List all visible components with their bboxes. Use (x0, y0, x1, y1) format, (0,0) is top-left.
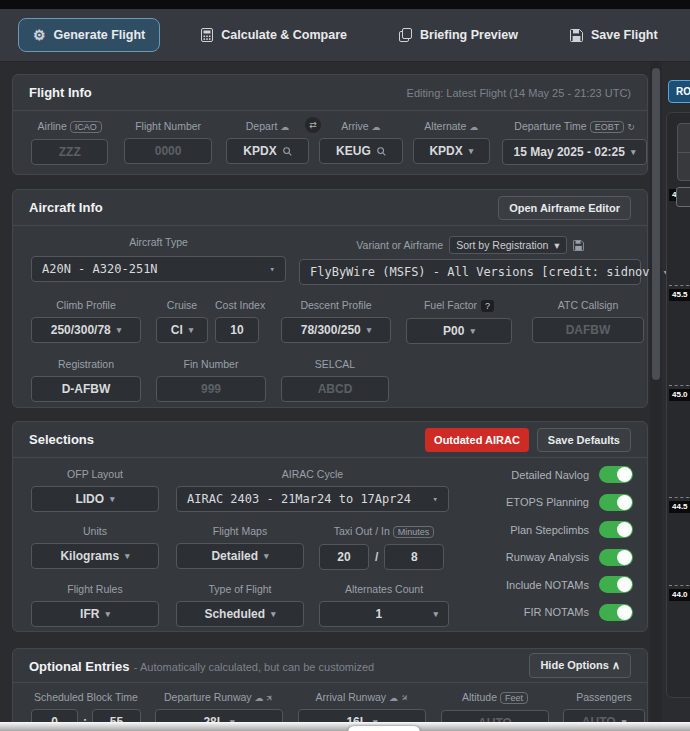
generate-flight-button[interactable]: ⚙ Generate Flight (18, 18, 160, 52)
flight-number-input[interactable]: 0000 (124, 138, 211, 164)
route-map-panel[interactable]: – – 4 45.5 45.0 44.5 44.0 (666, 112, 690, 698)
calculate-compare-button[interactable]: Calculate & Compare (186, 18, 362, 52)
taxi-out-input[interactable]: 20 (319, 544, 369, 570)
flight-number-label: Flight Number (124, 120, 211, 132)
flight-rules-label: Flight Rules (31, 583, 159, 595)
latitude-gridline (669, 585, 689, 586)
aircraft-info-title: Aircraft Info (29, 200, 103, 215)
units-label: Units (31, 525, 159, 537)
flight-rules-select[interactable]: IFR▾ (31, 601, 159, 627)
alternates-count-select[interactable]: 1▾ (319, 601, 449, 627)
briefing-preview-button[interactable]: Briefing Preview (384, 18, 533, 52)
eobt-badge: EOBT (590, 121, 625, 133)
atc-callsign-input[interactable]: DAFBW (532, 317, 644, 343)
takeoff-icon: ✈ (264, 692, 276, 704)
depart-input[interactable]: KPDX (226, 138, 309, 164)
detailed-navlog-toggle[interactable] (599, 466, 633, 483)
cost-index-input[interactable]: 10 (215, 317, 259, 343)
briefing-preview-label: Briefing Preview (420, 28, 518, 42)
variant-sort-select[interactable]: Sort by Registration▾ (449, 236, 567, 254)
route-button[interactable]: RO (668, 80, 690, 103)
aircraft-info-panel: Aircraft Info Open Airframe Editor Aircr… (12, 189, 648, 408)
hide-options-button[interactable]: Hide Options ∧ (529, 653, 631, 678)
runway-analysis-label: Runway Analysis (506, 551, 589, 563)
selections-title: Selections (29, 432, 94, 447)
arrive-search-icon[interactable] (377, 147, 386, 156)
detailed-navlog-label: Detailed Navlog (511, 469, 589, 481)
depart-weather-icon[interactable]: ☁ (280, 122, 289, 132)
include-notams-label: Include NOTAMs (506, 579, 589, 591)
depart-search-icon[interactable] (283, 147, 292, 156)
vertical-scrollbar-thumb[interactable] (652, 68, 660, 380)
arrival-runway-label: Arrival Runway ☁ ✈ (298, 691, 426, 703)
chevron-down-icon: ▾ (367, 325, 372, 335)
atc-callsign-label: ATC Callsign (532, 299, 644, 311)
flight-maps-label: Flight Maps (176, 525, 304, 537)
departure-time-select[interactable]: 15 May 2025 - 02:25▾ (502, 139, 647, 165)
aircraft-type-label: Aircraft Type (31, 236, 286, 248)
icao-badge: ICAO (70, 121, 102, 133)
airac-cycle-select[interactable]: AIRAC 2403 - 21Mar24 to 17Apr24▾ (176, 486, 449, 512)
floppy-icon (570, 29, 583, 42)
generate-flight-label: Generate Flight (54, 28, 146, 42)
save-defaults-button[interactable]: Save Defaults (537, 428, 631, 452)
fuel-factor-select[interactable]: P00▾ (406, 318, 512, 344)
main-toolbar: ⚙ Generate Flight Calculate & Compare Br… (0, 9, 690, 62)
chevron-down-icon: ▾ (125, 551, 130, 561)
descent-profile-select[interactable]: 78/300/250▾ (281, 317, 391, 343)
airframe-select[interactable]: FlyByWire (MSFS) - All Versions [credit:… (299, 259, 641, 285)
map-control-box[interactable] (676, 187, 690, 207)
save-variant-icon[interactable] (573, 240, 584, 251)
help-icon[interactable]: ? (481, 300, 494, 312)
bottom-popup-edge (348, 726, 420, 731)
share-flight-button[interactable]: S (687, 18, 690, 52)
arrive-input[interactable]: KEUG (319, 138, 402, 164)
units-select[interactable]: Kilograms▾ (31, 543, 159, 569)
alternate-select[interactable]: KPDX▾ (413, 138, 490, 164)
alternate-weather-icon[interactable]: ☁ (469, 122, 478, 132)
chevron-down-icon: ▾ (433, 609, 438, 619)
depart-label: Depart ☁ (226, 120, 309, 132)
map-zoom-out-button[interactable]: – (678, 152, 690, 180)
toggle-row-stepclimbs: Plan Stepclimbs (506, 521, 633, 538)
fin-number-input[interactable]: 999 (156, 376, 266, 402)
aircraft-type-select[interactable]: A20N - A320-251N▾ (31, 256, 286, 282)
chevron-down-icon: ▾ (117, 325, 122, 335)
latitude-gridline (669, 385, 689, 386)
passengers-label: Passengers (563, 691, 645, 703)
etops-planning-toggle[interactable] (599, 494, 633, 511)
registration-input[interactable]: D-AFBW (31, 376, 141, 402)
airline-input[interactable]: ZZZ (31, 139, 108, 165)
calculate-compare-label: Calculate & Compare (221, 28, 347, 42)
runway-weather-icon[interactable]: ☁ (255, 693, 264, 703)
chevron-up-icon: ∧ (612, 659, 620, 671)
cruise-select[interactable]: CI▾ (156, 317, 208, 343)
runway-weather-icon[interactable]: ☁ (389, 693, 398, 703)
climb-profile-select[interactable]: 250/300/78▾ (31, 317, 141, 343)
ofp-layout-select[interactable]: LIDO▾ (31, 486, 159, 512)
plan-stepclimbs-label: Plan Stepclimbs (510, 524, 589, 536)
map-zoom-in-button[interactable]: – (678, 124, 690, 152)
latitude-label: 44.0 (669, 589, 690, 601)
latitude-label: 45.0 (669, 389, 690, 401)
selcal-input[interactable]: ABCD (281, 376, 389, 402)
plan-stepclimbs-toggle[interactable] (599, 521, 633, 538)
chevron-down-icon: ▾ (470, 326, 475, 336)
arrive-weather-icon[interactable]: ☁ (372, 122, 381, 132)
save-flight-button[interactable]: Save Flight (555, 18, 673, 52)
swap-airports-icon[interactable]: ⇄ (305, 117, 321, 133)
window-top-strip (0, 0, 690, 9)
taxi-separator: / (375, 550, 378, 564)
runway-analysis-toggle[interactable] (599, 549, 633, 566)
type-of-flight-select[interactable]: Scheduled▾ (176, 601, 304, 627)
calculator-icon (201, 28, 213, 42)
flight-maps-select[interactable]: Detailed▾ (176, 543, 304, 569)
refresh-icon[interactable]: ↻ (627, 122, 635, 132)
open-airframe-editor-button[interactable]: Open Airframe Editor (498, 196, 631, 220)
taxi-in-input[interactable]: 8 (384, 544, 444, 570)
airline-label: AirlineICAO (31, 120, 108, 133)
latitude-gridline (669, 285, 689, 286)
include-notams-toggle[interactable] (599, 576, 633, 593)
fir-notams-toggle[interactable] (599, 604, 633, 621)
descent-profile-label: Descent Profile (281, 299, 391, 311)
